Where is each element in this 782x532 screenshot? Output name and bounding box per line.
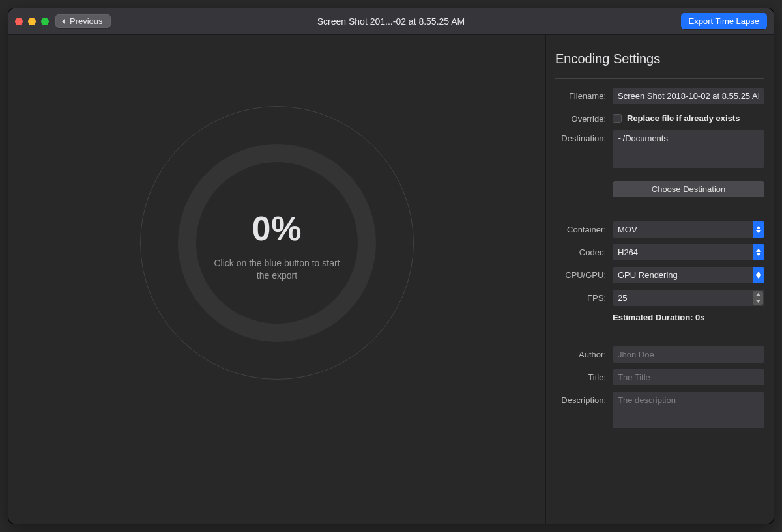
chevron-left-icon <box>61 18 67 25</box>
export-time-lapse-button[interactable]: Export Time Lapse <box>681 13 767 29</box>
progress-pane: 0% Click on the blue button to start the… <box>8 35 545 524</box>
author-input[interactable] <box>613 346 764 363</box>
progress-ring: 0% Click on the blue button to start the… <box>140 106 414 380</box>
estimated-duration: Estimated Duration: 0s <box>613 313 764 322</box>
cpu-gpu-select[interactable]: GPU Rendering <box>613 267 764 283</box>
choose-destination-button[interactable]: Choose Destination <box>613 181 764 197</box>
traffic-lights <box>15 18 49 25</box>
close-window-button[interactable] <box>15 18 23 25</box>
app-window: Previous Screen Shot 201...-02 at 8.55.2… <box>8 8 774 524</box>
description-label: Description: <box>555 392 606 405</box>
title-label: Title: <box>555 369 606 382</box>
minimize-window-button[interactable] <box>28 18 36 25</box>
progress-percent: 0% <box>140 209 414 248</box>
fps-label: FPS: <box>555 290 606 303</box>
window-title: Screen Shot 201...-02 at 8.55.25 AM <box>8 16 774 27</box>
fps-input[interactable] <box>613 290 764 306</box>
fps-step-down-button[interactable] <box>753 298 763 305</box>
container-select[interactable]: MOV <box>613 221 764 238</box>
divider <box>555 78 764 79</box>
destination-field[interactable]: ~/Documents <box>613 130 764 168</box>
author-label: Author: <box>555 346 606 359</box>
title-input[interactable] <box>613 369 764 385</box>
destination-label: Destination: <box>555 130 606 143</box>
panel-title: Encoding Settings <box>555 51 764 66</box>
encoding-settings-panel: Encoding Settings Filename: Override: Re… <box>545 35 774 524</box>
previous-button[interactable]: Previous <box>55 14 111 28</box>
fps-step-up-button[interactable] <box>753 291 763 298</box>
override-checkbox[interactable] <box>613 114 622 123</box>
titlebar: Previous Screen Shot 201...-02 at 8.55.2… <box>8 8 774 35</box>
progress-hint: Click on the blue button to start the ex… <box>140 257 414 282</box>
cpu-gpu-label: CPU/GPU: <box>555 267 606 280</box>
override-label: Override: <box>555 111 606 124</box>
codec-select[interactable]: H264 <box>613 244 764 260</box>
container-label: Container: <box>555 221 606 234</box>
divider <box>555 337 764 337</box>
previous-button-label: Previous <box>70 16 103 26</box>
description-textarea[interactable] <box>613 392 764 428</box>
codec-label: Codec: <box>555 244 606 257</box>
override-checkbox-label: Replace file if already exists <box>627 113 740 123</box>
filename-input[interactable] <box>613 88 764 104</box>
maximize-window-button[interactable] <box>41 18 49 25</box>
filename-label: Filename: <box>555 88 606 101</box>
divider <box>555 212 764 212</box>
